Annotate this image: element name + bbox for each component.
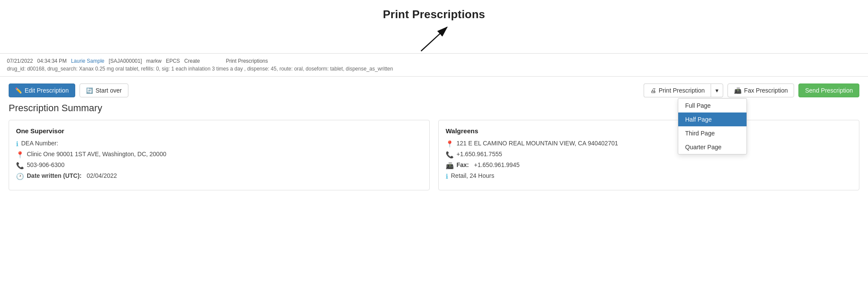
pharmacy-phone: +1.650.961.7555 — [456, 151, 502, 157]
dea-field: ℹ DEA Number: — [16, 140, 422, 148]
provider-card: One Supervisor ℹ DEA Number: 📍 Clinic On… — [9, 120, 430, 190]
caret-icon: ▾ — [715, 87, 718, 94]
action-bar: ✏️ Edit Prescription 🔄 Start over 🖨 Prin… — [0, 77, 868, 103]
print-icon: 🖨 — [650, 87, 656, 94]
date-written-label: Date written (UTC): — [27, 172, 82, 179]
date-written-field: 🕐 Date written (UTC): 02/04/2022 — [16, 172, 422, 180]
pharmacy-fax-value: +1.650.961.9945 — [474, 161, 520, 168]
log-line-1: 07/21/2022 04:34:34 PM Laurie Sample [SA… — [7, 57, 861, 65]
pharmacy-phone-icon: 📞 — [446, 151, 454, 159]
log-action-type: EPCS — [166, 58, 180, 64]
pharmacy-card: Walgreens 📍 121 E EL CAMINO REAL MOUNTAI… — [438, 120, 859, 190]
log-user-link[interactable]: Laurie Sample — [71, 58, 104, 64]
log-date: 07/21/2022 — [7, 58, 33, 64]
refresh-icon: 🔄 — [86, 87, 93, 94]
action-bar-right: 🖨 Print Prescription ▾ Full Page Half Pa… — [644, 84, 859, 97]
fax-prescription-button[interactable]: 📠 Fax Prescription — [728, 84, 794, 97]
page-title: Print Prescriptions — [0, 8, 868, 21]
pharmacy-hours-field: ℹ Retail, 24 Hours — [446, 172, 852, 180]
pharmacy-address: 121 E EL CAMINO REAL MOUNTAIN VIEW, CA 9… — [456, 140, 618, 147]
dropdown-item-full-page[interactable]: Full Page — [678, 99, 747, 112]
svg-line-1 — [421, 27, 447, 51]
phone-icon: 📞 — [16, 162, 24, 170]
log-time: 04:34:34 PM — [37, 58, 67, 64]
log-user2: markw — [146, 58, 161, 64]
pharmacy-card-title: Walgreens — [446, 127, 852, 135]
log-line-2: drug_id: d00168, drug_search: Xanax 0.25… — [7, 65, 861, 73]
date-written-value: 02/04/2022 — [86, 172, 117, 179]
phone-field: 📞 503-906-6300 — [16, 161, 422, 170]
start-over-button[interactable]: 🔄 Start over — [80, 84, 128, 97]
dropdown-item-half-page[interactable]: Half Page — [678, 112, 747, 126]
log-action: Create — [184, 58, 200, 64]
pharmacy-fax-field: 📠 Fax: +1.650.961.9945 — [446, 161, 852, 170]
clock-icon: 🕐 — [16, 173, 24, 180]
tooltip-detail: drug_id: d00168, drug_search: Xanax 0.25… — [7, 66, 393, 72]
tooltip-title: Print Prescriptions — [226, 58, 268, 64]
log-user-id: [SAJA000001] — [109, 58, 142, 64]
pharmacy-phone-field: 📞 +1.650.961.7555 — [446, 151, 852, 159]
edit-icon: ✏️ — [15, 87, 22, 94]
page-header: Print Prescriptions — [0, 0, 868, 53]
provider-card-title: One Supervisor — [16, 127, 422, 135]
clinic-address: Clinic One 90001 1ST AVE, Washington, DC… — [27, 151, 166, 157]
info-icon: ℹ — [16, 140, 19, 148]
info-bar: 07/21/2022 04:34:34 PM Laurie Sample [SA… — [0, 54, 868, 77]
send-prescription-button[interactable]: Send Prescription — [798, 84, 859, 97]
fax-icon: 📠 — [734, 87, 741, 94]
arrow-annotation — [0, 23, 868, 53]
print-prescription-button[interactable]: 🖨 Print Prescription — [644, 84, 711, 97]
clinic-address-field: 📍 Clinic One 90001 1ST AVE, Washington, … — [16, 151, 422, 159]
pharmacy-fax-icon: 📠 — [446, 162, 454, 170]
print-dropdown-menu: Full Page Half Page Third Page Quarter P… — [678, 98, 747, 154]
pharmacy-location-icon: 📍 — [446, 140, 454, 148]
dropdown-item-third-page[interactable]: Third Page — [678, 126, 747, 140]
dropdown-item-quarter-page[interactable]: Quarter Page — [678, 140, 747, 154]
print-prescription-caret[interactable]: ▾ — [711, 84, 723, 97]
pharmacy-address-field: 📍 121 E EL CAMINO REAL MOUNTAIN VIEW, CA… — [446, 140, 852, 148]
phone-number: 503-906-6300 — [27, 161, 64, 168]
action-bar-left: ✏️ Edit Prescription 🔄 Start over — [9, 84, 128, 97]
dea-label: DEA Number: — [21, 140, 58, 147]
pharmacy-fax-label: Fax: — [456, 161, 469, 168]
edit-prescription-button[interactable]: ✏️ Edit Prescription — [9, 84, 75, 97]
pharmacy-hours: Retail, 24 Hours — [451, 172, 494, 179]
pharmacy-info-icon: ℹ — [446, 173, 448, 180]
location-icon: 📍 — [16, 151, 24, 159]
print-prescription-group: 🖨 Print Prescription ▾ — [644, 84, 724, 97]
